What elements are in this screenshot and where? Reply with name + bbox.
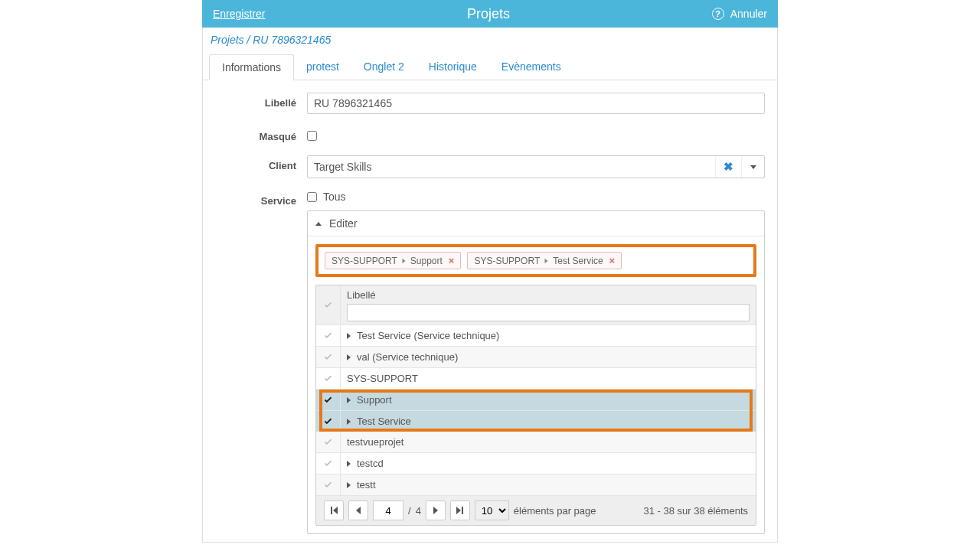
grid-row[interactable]: val (Service technique) [316, 347, 756, 368]
pager-next-button[interactable] [426, 500, 446, 520]
grid-cell-label: Support [357, 394, 392, 406]
libelle-input[interactable] [307, 93, 765, 114]
tag-remove-button[interactable]: × [609, 255, 616, 266]
editor-toggle[interactable]: Editer [308, 211, 764, 236]
grid-header-check[interactable] [316, 285, 341, 324]
tab-onglet2[interactable]: Onglet 2 [351, 54, 416, 80]
grid-cell-label: testt [357, 479, 376, 491]
grid-cell-label: Test Service (Service technique) [357, 330, 499, 341]
grid-pager: / 4 10 [316, 496, 756, 525]
pager-page-input[interactable] [373, 500, 403, 520]
chevron-up-icon [315, 222, 322, 226]
grid-checkbox-checked[interactable] [316, 411, 341, 432]
libelle-label: Libellé [215, 93, 307, 114]
client-label: Client [215, 155, 307, 178]
grid-row[interactable]: Support [316, 390, 756, 411]
pager-last-button[interactable] [450, 500, 470, 520]
tag-item: SYS-SUPPORT Test Service × [467, 252, 622, 269]
grid-checkbox[interactable] [316, 347, 341, 367]
pager-slash: / [408, 505, 411, 517]
grid-row[interactable]: testcd [316, 453, 756, 474]
cancel-label: Annuler [730, 8, 767, 20]
tab-historique[interactable]: Historique [416, 54, 489, 80]
tab-informations[interactable]: Informations [209, 54, 294, 80]
service-editor-panel: Editer SYS-SUPPORT Support × [307, 210, 765, 534]
prev-page-icon [356, 507, 361, 514]
pager-first-button[interactable] [324, 500, 344, 520]
check-icon [323, 373, 333, 383]
pager-total-pages: 4 [416, 505, 421, 517]
client-combo[interactable]: Target Skills ✖ [307, 155, 765, 178]
save-link[interactable]: Enregistrer [213, 8, 265, 20]
grid-row[interactable]: Test Service (Service technique) [316, 325, 756, 347]
client-dropdown-button[interactable] [741, 156, 764, 178]
check-icon [323, 458, 333, 468]
caret-right-icon [402, 258, 405, 262]
selected-tags-highlight: SYS-SUPPORT Support × SYS-SUPPORT Test S… [315, 244, 756, 277]
caret-right-icon [347, 482, 351, 488]
tag-name: Test Service [553, 256, 603, 266]
grid-filter-input[interactable] [347, 304, 750, 321]
client-value: Target Skills [308, 156, 715, 178]
grid-checkbox[interactable] [316, 368, 341, 389]
caret-right-icon [347, 419, 351, 425]
grid-cell-label: Test Service [357, 416, 411, 427]
pager-per-page-label: éléments par page [514, 505, 596, 517]
grid-row[interactable]: SYS-SUPPORT [316, 368, 756, 390]
grid-column-label: Libellé [347, 289, 750, 301]
grid-checkbox[interactable] [316, 453, 341, 474]
pager-status: 31 - 38 sur 38 éléments [601, 505, 748, 517]
check-icon [323, 352, 333, 362]
masque-label: Masqué [215, 126, 307, 143]
masque-checkbox[interactable] [307, 131, 317, 141]
grid-checkbox[interactable] [316, 474, 341, 495]
grid-row[interactable]: testvueprojet [316, 432, 756, 453]
caret-right-icon [545, 258, 548, 262]
selected-rows-highlight: Support Te [316, 390, 756, 432]
check-icon [323, 437, 333, 447]
tag-item: SYS-SUPPORT Support × [325, 252, 461, 269]
editor-header-label: Editer [329, 217, 358, 230]
grid-header-row: Libellé [316, 285, 756, 325]
tag-remove-button[interactable]: × [449, 255, 455, 266]
tab-evenements[interactable]: Evènements [489, 54, 573, 80]
breadcrumb[interactable]: Projets / RU 7896321465 [203, 28, 777, 54]
tag-prefix: SYS-SUPPORT [474, 256, 540, 266]
grid-row[interactable]: testt [316, 474, 756, 496]
grid-checkbox[interactable] [316, 432, 341, 452]
grid-cell-label: SYS-SUPPORT [347, 373, 418, 384]
next-page-icon [433, 507, 438, 514]
check-icon [323, 331, 333, 341]
service-label: Service [215, 191, 307, 534]
tab-protest[interactable]: protest [294, 54, 351, 80]
modal-title: Projets [265, 6, 711, 22]
caret-right-icon [347, 461, 351, 467]
caret-right-icon [347, 333, 351, 339]
check-icon [323, 300, 333, 310]
check-icon [323, 480, 333, 490]
grid-cell-label: testcd [357, 458, 384, 469]
check-icon [323, 395, 333, 405]
grid-cell-label: val (Service technique) [357, 351, 458, 363]
pager-prev-button[interactable] [348, 500, 368, 520]
close-icon: ✖ [724, 160, 733, 174]
service-all-checkbox[interactable] [307, 192, 317, 202]
grid-row[interactable]: Test Service [316, 411, 756, 432]
chevron-down-icon [750, 165, 756, 169]
first-page-icon [331, 507, 338, 514]
last-page-icon [456, 507, 463, 514]
tag-name: Support [410, 256, 443, 266]
pager-pagesize-select[interactable]: 10 [475, 500, 509, 520]
grid-cell-label: testvueprojet [347, 436, 403, 448]
caret-right-icon [347, 354, 351, 360]
help-icon: ? [712, 8, 724, 20]
cancel-button[interactable]: ? Annuler [712, 8, 767, 20]
grid-checkbox[interactable] [316, 325, 341, 346]
service-grid: Libellé [315, 285, 756, 526]
check-icon [323, 416, 333, 426]
service-all-label: Tous [323, 191, 346, 203]
grid-checkbox-checked[interactable] [316, 390, 341, 410]
caret-right-icon [347, 397, 351, 403]
tabs: Informations protest Onglet 2 Historique… [203, 54, 777, 80]
client-clear-button[interactable]: ✖ [715, 156, 741, 178]
